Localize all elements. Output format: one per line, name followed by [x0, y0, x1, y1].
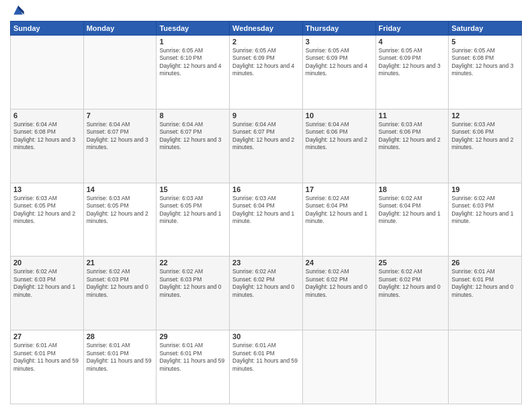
calendar-cell: 18Sunrise: 6:02 AM Sunset: 6:04 PM Dayli…: [375, 183, 449, 257]
day-info: Sunrise: 6:04 AM Sunset: 6:08 PM Dayligh…: [13, 121, 81, 152]
weekday-header: Thursday: [302, 21, 375, 36]
day-info: Sunrise: 6:05 AM Sunset: 6:09 PM Dayligh…: [379, 47, 446, 78]
day-info: Sunrise: 6:03 AM Sunset: 6:05 PM Dayligh…: [159, 195, 226, 226]
day-info: Sunrise: 6:02 AM Sunset: 6:03 PM Dayligh…: [87, 268, 154, 299]
day-info: Sunrise: 6:04 AM Sunset: 6:07 PM Dayligh…: [232, 121, 300, 152]
day-number: 13: [13, 185, 81, 193]
calendar-table: SundayMondayTuesdayWednesdayThursdayFrid…: [10, 21, 522, 404]
calendar-cell: 8Sunrise: 6:04 AM Sunset: 6:07 PM Daylig…: [157, 109, 230, 183]
day-info: Sunrise: 6:04 AM Sunset: 6:06 PM Dayligh…: [306, 121, 373, 152]
calendar-cell: 10Sunrise: 6:04 AM Sunset: 6:06 PM Dayli…: [302, 109, 375, 183]
day-info: Sunrise: 6:01 AM Sunset: 6:01 PM Dayligh…: [87, 342, 154, 373]
day-number: 5: [451, 38, 519, 46]
calendar-cell: 15Sunrise: 6:03 AM Sunset: 6:05 PM Dayli…: [157, 183, 230, 257]
day-number: 8: [159, 111, 226, 120]
calendar-cell: [449, 330, 522, 404]
day-number: 14: [87, 185, 154, 193]
day-number: 4: [379, 38, 446, 46]
day-info: Sunrise: 6:05 AM Sunset: 6:09 PM Dayligh…: [306, 47, 373, 78]
calendar-week-row: 6Sunrise: 6:04 AM Sunset: 6:08 PM Daylig…: [11, 109, 522, 183]
day-info: Sunrise: 6:03 AM Sunset: 6:04 PM Dayligh…: [232, 195, 300, 226]
calendar-cell: 20Sunrise: 6:02 AM Sunset: 6:03 PM Dayli…: [11, 257, 84, 330]
calendar-week-row: 1Sunrise: 6:05 AM Sunset: 6:10 PM Daylig…: [11, 36, 522, 109]
calendar-cell: 27Sunrise: 6:01 AM Sunset: 6:01 PM Dayli…: [11, 330, 84, 404]
day-number: 10: [306, 111, 373, 120]
day-info: Sunrise: 6:02 AM Sunset: 6:03 PM Dayligh…: [159, 268, 226, 299]
day-info: Sunrise: 6:03 AM Sunset: 6:05 PM Dayligh…: [87, 195, 154, 226]
logo-icon: [11, 3, 25, 17]
weekday-header: Wednesday: [230, 21, 303, 36]
day-number: 3: [306, 38, 373, 46]
weekday-header: Sunday: [11, 21, 84, 36]
calendar-cell: 3Sunrise: 6:05 AM Sunset: 6:09 PM Daylig…: [302, 36, 375, 109]
day-info: Sunrise: 6:03 AM Sunset: 6:06 PM Dayligh…: [451, 121, 519, 152]
calendar-cell: 23Sunrise: 6:02 AM Sunset: 6:02 PM Dayli…: [230, 257, 303, 330]
calendar-cell: 12Sunrise: 6:03 AM Sunset: 6:06 PM Dayli…: [449, 109, 522, 183]
header: [10, 7, 522, 17]
day-info: Sunrise: 6:05 AM Sunset: 6:09 PM Dayligh…: [232, 47, 300, 78]
calendar-cell: 5Sunrise: 6:05 AM Sunset: 6:08 PM Daylig…: [449, 36, 522, 109]
day-info: Sunrise: 6:03 AM Sunset: 6:06 PM Dayligh…: [379, 121, 446, 152]
calendar-cell: 13Sunrise: 6:03 AM Sunset: 6:05 PM Dayli…: [11, 183, 84, 257]
day-number: 18: [379, 185, 446, 193]
day-info: Sunrise: 6:05 AM Sunset: 6:08 PM Dayligh…: [451, 47, 519, 78]
day-info: Sunrise: 6:04 AM Sunset: 6:07 PM Dayligh…: [87, 121, 154, 152]
calendar-cell: 29Sunrise: 6:01 AM Sunset: 6:01 PM Dayli…: [157, 330, 230, 404]
calendar-cell: 9Sunrise: 6:04 AM Sunset: 6:07 PM Daylig…: [230, 109, 303, 183]
calendar-cell: 4Sunrise: 6:05 AM Sunset: 6:09 PM Daylig…: [375, 36, 449, 109]
day-info: Sunrise: 6:02 AM Sunset: 6:03 PM Dayligh…: [13, 268, 81, 299]
day-info: Sunrise: 6:02 AM Sunset: 6:03 PM Dayligh…: [451, 195, 519, 226]
day-number: 17: [306, 185, 373, 193]
day-info: Sunrise: 6:02 AM Sunset: 6:02 PM Dayligh…: [306, 268, 373, 299]
weekday-header: Monday: [83, 21, 157, 36]
calendar-cell: 19Sunrise: 6:02 AM Sunset: 6:03 PM Dayli…: [449, 183, 522, 257]
day-number: 7: [87, 111, 154, 120]
weekday-header: Tuesday: [157, 21, 230, 36]
day-number: 6: [13, 111, 81, 120]
day-info: Sunrise: 6:03 AM Sunset: 6:05 PM Dayligh…: [13, 195, 81, 226]
calendar-cell: 11Sunrise: 6:03 AM Sunset: 6:06 PM Dayli…: [375, 109, 449, 183]
day-info: Sunrise: 6:01 AM Sunset: 6:01 PM Dayligh…: [159, 342, 226, 373]
calendar-cell: [83, 36, 157, 109]
day-info: Sunrise: 6:04 AM Sunset: 6:07 PM Dayligh…: [159, 121, 226, 152]
calendar-cell: 1Sunrise: 6:05 AM Sunset: 6:10 PM Daylig…: [157, 36, 230, 109]
day-info: Sunrise: 6:01 AM Sunset: 6:01 PM Dayligh…: [232, 342, 300, 373]
day-number: 19: [451, 185, 519, 193]
calendar-cell: 17Sunrise: 6:02 AM Sunset: 6:04 PM Dayli…: [302, 183, 375, 257]
calendar-cell: [375, 330, 449, 404]
day-number: 24: [306, 259, 373, 267]
day-info: Sunrise: 6:01 AM Sunset: 6:01 PM Dayligh…: [13, 342, 81, 373]
calendar-week-row: 13Sunrise: 6:03 AM Sunset: 6:05 PM Dayli…: [11, 183, 522, 257]
calendar-cell: 14Sunrise: 6:03 AM Sunset: 6:05 PM Dayli…: [83, 183, 157, 257]
logo: [10, 7, 25, 17]
day-number: 25: [379, 259, 446, 267]
day-number: 29: [159, 332, 226, 340]
calendar-week-row: 27Sunrise: 6:01 AM Sunset: 6:01 PM Dayli…: [11, 330, 522, 404]
calendar-cell: 30Sunrise: 6:01 AM Sunset: 6:01 PM Dayli…: [230, 330, 303, 404]
day-number: 26: [451, 259, 519, 267]
day-info: Sunrise: 6:01 AM Sunset: 6:01 PM Dayligh…: [451, 268, 519, 299]
calendar-cell: 6Sunrise: 6:04 AM Sunset: 6:08 PM Daylig…: [11, 109, 84, 183]
day-number: 30: [232, 332, 300, 340]
calendar-cell: 26Sunrise: 6:01 AM Sunset: 6:01 PM Dayli…: [449, 257, 522, 330]
day-number: 23: [232, 259, 300, 267]
day-number: 20: [13, 259, 81, 267]
day-number: 12: [451, 111, 519, 120]
calendar-cell: [11, 36, 84, 109]
day-number: 22: [159, 259, 226, 267]
day-number: 16: [232, 185, 300, 193]
day-info: Sunrise: 6:02 AM Sunset: 6:02 PM Dayligh…: [379, 268, 446, 299]
calendar-cell: 28Sunrise: 6:01 AM Sunset: 6:01 PM Dayli…: [83, 330, 157, 404]
calendar-cell: 24Sunrise: 6:02 AM Sunset: 6:02 PM Dayli…: [302, 257, 375, 330]
weekday-header: Saturday: [449, 21, 522, 36]
calendar-cell: 7Sunrise: 6:04 AM Sunset: 6:07 PM Daylig…: [83, 109, 157, 183]
calendar-cell: 22Sunrise: 6:02 AM Sunset: 6:03 PM Dayli…: [157, 257, 230, 330]
calendar-cell: 25Sunrise: 6:02 AM Sunset: 6:02 PM Dayli…: [375, 257, 449, 330]
day-number: 15: [159, 185, 226, 193]
day-number: 11: [379, 111, 446, 120]
calendar-cell: 2Sunrise: 6:05 AM Sunset: 6:09 PM Daylig…: [230, 36, 303, 109]
day-number: 1: [159, 38, 226, 46]
calendar-week-row: 20Sunrise: 6:02 AM Sunset: 6:03 PM Dayli…: [11, 257, 522, 330]
day-number: 28: [87, 332, 154, 340]
day-info: Sunrise: 6:02 AM Sunset: 6:04 PM Dayligh…: [379, 195, 446, 226]
